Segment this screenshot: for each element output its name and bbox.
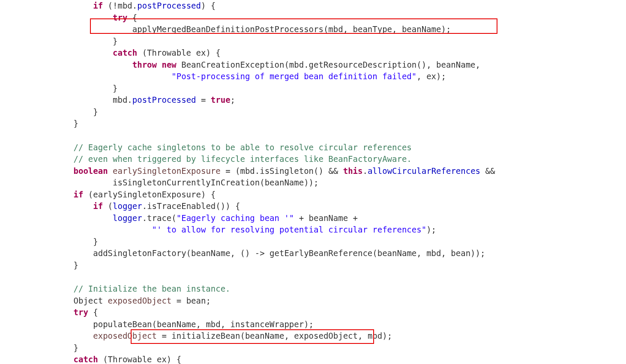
code-token: catch <box>113 48 137 57</box>
code-token: exposedObject <box>108 296 172 305</box>
code-token: "Post-processing of merged bean definiti… <box>171 72 416 81</box>
code-token: && <box>480 166 495 176</box>
code-token <box>157 60 162 69</box>
code-token: } <box>74 119 78 128</box>
code-token: try <box>74 307 88 317</box>
code-token: if <box>93 1 103 10</box>
code-token: allowCircularReferences <box>368 166 480 176</box>
code-token: { <box>88 307 98 317</box>
code-token: "' to allow for resolving potential circ… <box>152 225 427 234</box>
code-token: "Eagerly caching bean '" <box>177 213 294 223</box>
code-token: // Initialize the bean instance. <box>74 284 231 293</box>
code-token: logger <box>113 201 142 211</box>
code-token: (Throwable ex) { <box>137 48 220 57</box>
code-token: = initializeBean(beanName, exposedObject… <box>157 331 392 340</box>
code-token: this <box>343 166 363 176</box>
code-token <box>108 166 113 176</box>
code-token: (earlySingletonExposure) { <box>83 190 216 199</box>
code-token: if <box>93 201 103 211</box>
code-token: new <box>162 60 176 69</box>
code-token: BeanCreationException(mbd.getResourceDes… <box>177 60 480 69</box>
code-block: if (!mbd.postProcessed) { try { applyMer… <box>0 0 626 364</box>
code-token: } <box>113 84 117 93</box>
code-token: Object <box>74 296 108 305</box>
code-token: if <box>74 190 84 199</box>
code-token: { <box>127 13 137 22</box>
code-token: try <box>113 13 127 22</box>
code-token: .trace( <box>142 213 177 223</box>
code-token: (!mbd. <box>103 1 137 10</box>
code-token: } <box>113 36 117 46</box>
code-token: throw <box>132 60 157 69</box>
code-token: earlySingletonExposure <box>113 166 221 176</box>
code-token: ( <box>103 201 113 211</box>
code-token: isSingletonCurrentlyInCreation(beanName)… <box>113 178 318 187</box>
code-token: (Throwable ex) { <box>98 355 181 364</box>
code-token: = (mbd.isSingleton() && <box>221 166 343 176</box>
code-token: } <box>74 343 78 352</box>
code-token: boolean <box>74 166 108 176</box>
code-token: + beanName + <box>294 213 358 223</box>
code-token: postProcessed <box>132 95 196 104</box>
code-token: true <box>211 95 231 104</box>
code-token: ) { <box>201 1 216 10</box>
code-token: // even when triggered by lifecycle inte… <box>74 154 412 164</box>
code-token: postProcessed <box>137 1 201 10</box>
code-token: mbd. <box>113 95 132 104</box>
code-token: addSingletonFactory(beanName, () -> getE… <box>93 248 485 258</box>
code-token: .isTraceEnabled()) { <box>142 201 240 211</box>
code-token: = bean; <box>171 296 211 305</box>
code-token: ; <box>231 95 235 104</box>
code-token: = <box>196 95 211 104</box>
code-token: } <box>93 237 98 246</box>
code-token: catch <box>74 355 98 364</box>
code-token: . <box>362 166 367 176</box>
code-token: exposedObject <box>93 331 157 340</box>
code-token: , ex); <box>416 72 446 81</box>
code-token: // Eagerly cache singletons to be able t… <box>74 143 412 152</box>
code-token: ); <box>426 225 436 234</box>
code-token: logger <box>113 213 142 223</box>
code-token: applyMergedBeanDefinitionPostProcessors(… <box>132 24 451 34</box>
code-token: populateBean(beanName, mbd, instanceWrap… <box>93 319 314 329</box>
code-token: } <box>93 107 98 116</box>
code-token: } <box>74 260 78 270</box>
